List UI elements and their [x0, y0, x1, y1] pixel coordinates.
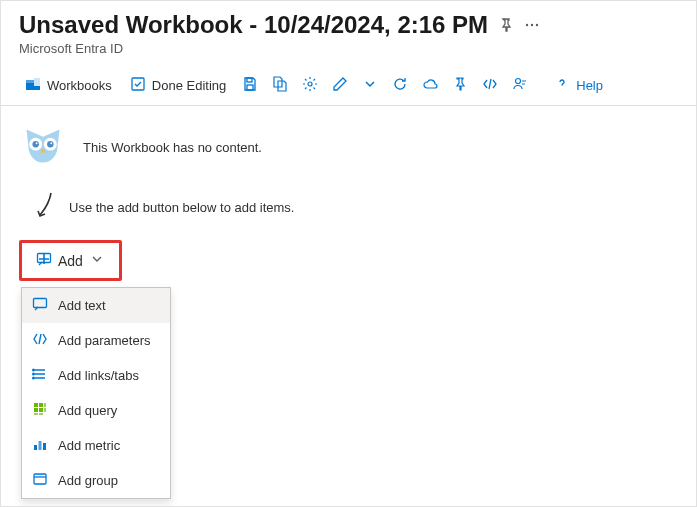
menu-add-group[interactable]: Add group	[22, 463, 170, 498]
empty-message: This Workbook has no content.	[83, 140, 262, 155]
menu-add-metric[interactable]: Add metric	[22, 428, 170, 463]
svg-rect-7	[247, 78, 252, 82]
svg-rect-22	[34, 403, 38, 407]
refresh-button[interactable]	[386, 70, 414, 101]
svg-rect-31	[39, 441, 42, 450]
menu-add-links-tabs[interactable]: Add links/tabs	[22, 358, 170, 393]
plus-icon	[36, 251, 52, 270]
menu-label: Add parameters	[58, 333, 151, 348]
add-menu: Add text Add parameters Add links/tabs A…	[21, 287, 171, 499]
svg-rect-25	[34, 408, 38, 412]
save-as-icon	[272, 76, 288, 95]
workbooks-icon	[25, 76, 41, 95]
menu-add-parameters[interactable]: Add parameters	[22, 323, 170, 358]
group-icon	[32, 471, 48, 490]
svg-rect-6	[132, 78, 144, 90]
menu-add-query[interactable]: Add query	[22, 393, 170, 428]
svg-rect-5	[34, 78, 40, 86]
svg-rect-33	[34, 474, 46, 484]
arrow-down-icon	[35, 191, 55, 224]
owl-icon	[21, 124, 65, 171]
add-button[interactable]: Add	[19, 240, 122, 281]
links-icon	[32, 366, 48, 385]
code-button[interactable]	[476, 70, 504, 101]
toolbar: Workbooks Done Editing	[1, 66, 696, 106]
chevron-down-icon	[89, 251, 105, 270]
done-editing-label: Done Editing	[152, 78, 226, 93]
svg-point-19	[33, 369, 35, 371]
add-label: Add	[58, 253, 83, 269]
svg-rect-8	[247, 85, 253, 90]
help-icon	[554, 76, 570, 95]
svg-point-9	[308, 82, 312, 86]
refresh-icon	[392, 76, 408, 95]
feedback-button[interactable]	[506, 70, 534, 101]
page-subtitle: Microsoft Entra ID	[19, 41, 678, 56]
parameters-icon	[32, 331, 48, 350]
svg-rect-24	[44, 403, 46, 407]
svg-point-21	[33, 377, 35, 379]
menu-label: Add text	[58, 298, 106, 313]
menu-add-text[interactable]: Add text	[22, 288, 170, 323]
chevron-down-icon	[362, 76, 378, 95]
svg-point-1	[531, 24, 533, 26]
svg-rect-27	[44, 408, 46, 412]
hint-message: Use the add button below to add items.	[69, 200, 294, 215]
svg-rect-30	[34, 445, 37, 450]
svg-point-15	[36, 142, 38, 144]
menu-label: Add query	[58, 403, 117, 418]
svg-point-2	[536, 24, 538, 26]
workbooks-label: Workbooks	[47, 78, 112, 93]
gear-icon	[302, 76, 318, 95]
svg-point-14	[47, 141, 53, 147]
save-as-button[interactable]	[266, 70, 294, 101]
edit-dropdown[interactable]	[356, 70, 384, 101]
pin-button[interactable]	[446, 70, 474, 101]
svg-point-20	[33, 373, 35, 375]
svg-rect-32	[43, 443, 46, 450]
svg-rect-28	[34, 413, 38, 415]
svg-rect-26	[39, 408, 43, 412]
save-button[interactable]	[236, 70, 264, 101]
menu-label: Add group	[58, 473, 118, 488]
workbooks-button[interactable]: Workbooks	[17, 70, 120, 101]
feedback-icon	[512, 76, 528, 95]
more-icon[interactable]	[524, 17, 540, 33]
help-button[interactable]: Help	[546, 70, 611, 101]
pin-icon	[452, 76, 468, 95]
code-icon	[482, 76, 498, 95]
svg-rect-29	[39, 413, 43, 415]
done-editing-icon	[130, 76, 146, 95]
svg-point-16	[50, 142, 52, 144]
cloud-button[interactable]	[416, 70, 444, 101]
pencil-icon	[332, 76, 348, 95]
query-icon	[32, 401, 48, 420]
svg-point-13	[32, 141, 38, 147]
help-label: Help	[576, 78, 603, 93]
menu-label: Add links/tabs	[58, 368, 139, 383]
svg-point-10	[516, 79, 521, 84]
cloud-icon	[422, 76, 438, 95]
page-title: Unsaved Workbook - 10/24/2024, 2:16 PM	[19, 11, 488, 39]
menu-label: Add metric	[58, 438, 120, 453]
edit-button[interactable]	[326, 70, 354, 101]
done-editing-button[interactable]: Done Editing	[122, 70, 234, 101]
text-icon	[32, 296, 48, 315]
metric-icon	[32, 436, 48, 455]
svg-rect-23	[39, 403, 43, 407]
pin-icon[interactable]	[498, 17, 514, 33]
save-icon	[242, 76, 258, 95]
svg-point-0	[526, 24, 528, 26]
svg-rect-18	[34, 299, 47, 308]
settings-button[interactable]	[296, 70, 324, 101]
